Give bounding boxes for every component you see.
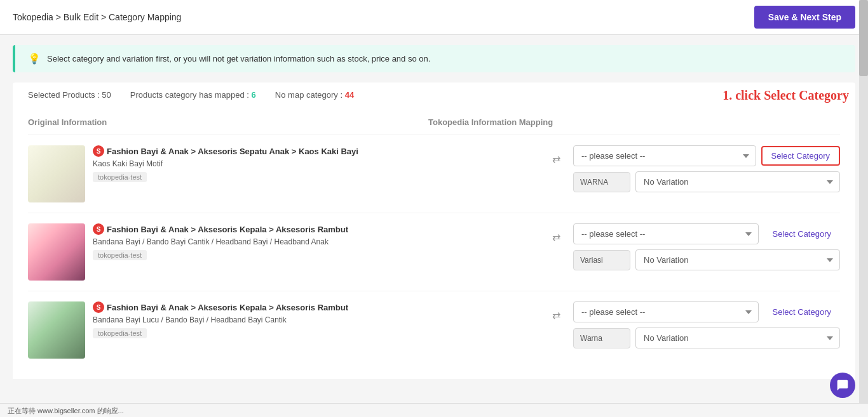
- category-dropdown[interactable]: -- please select --: [573, 145, 756, 166]
- sync-icon: ⇄: [546, 145, 566, 165]
- mapping-header: Tokopedia Information Mapping: [428, 117, 840, 127]
- product-category: S Fashion Bayi & Anak > Aksesoris Kepala…: [93, 301, 539, 313]
- mapping-area: -- please select -- Select Category WARN…: [573, 145, 840, 192]
- scrollbar-track[interactable]: [859, 0, 868, 379]
- product-image: [28, 301, 85, 359]
- mapped-count: 6: [252, 90, 256, 100]
- image-placeholder: [28, 301, 85, 359]
- product-category: S Fashion Bayi & Anak > Aksesoris Sepatu…: [93, 145, 539, 157]
- lightbulb-icon: 💡: [28, 53, 41, 65]
- shop-icon: S: [93, 223, 104, 235]
- product-tag: tokopedia-test: [93, 328, 147, 338]
- no-map-stat-label: No map category : 44: [275, 90, 354, 100]
- table-row: S Fashion Bayi & Anak > Aksesoris Sepatu…: [28, 135, 840, 213]
- save-next-button[interactable]: Save & Next Step: [754, 6, 855, 29]
- variation-label: Warna: [573, 328, 630, 348]
- scrollbar-thumb[interactable]: [859, 0, 868, 76]
- sync-icon: ⇄: [546, 223, 566, 243]
- mapping-area: -- please select -- Select Category Vari…: [573, 223, 840, 270]
- product-tag: tokopedia-test: [93, 250, 147, 260]
- table-row: S Fashion Bayi & Anak > Aksesoris Kepala…: [28, 291, 840, 369]
- select-category-button[interactable]: Select Category: [764, 225, 841, 242]
- category-select-row: -- please select -- Select Category: [573, 301, 840, 322]
- product-image: [28, 223, 85, 281]
- variation-label: Variasi: [573, 250, 630, 270]
- product-category: S Fashion Bayi & Anak > Aksesoris Kepala…: [93, 223, 539, 235]
- variation-label: WARNA: [573, 172, 630, 192]
- mapped-stat-label: Products category has mapped : 6: [130, 90, 256, 100]
- product-name: Bandana Bayi Lucu / Bando Bayi / Headban…: [93, 315, 539, 324]
- top-bar: Tokopedia > Bulk Edit > Category Mapping…: [0, 0, 868, 35]
- select-category-button[interactable]: Select Category: [761, 146, 841, 166]
- image-placeholder: [28, 145, 85, 202]
- select-category-button[interactable]: Select Category: [764, 303, 841, 321]
- shop-icon: S: [93, 301, 104, 313]
- product-name: Kaos Kaki Bayi Motif: [93, 159, 539, 168]
- category-select-row: -- please select -- Select Category: [573, 145, 840, 166]
- product-name: Bandana Bayi / Bando Bayi Cantik / Headb…: [93, 237, 539, 246]
- variation-row: Warna No Variation: [573, 328, 840, 348]
- product-info: S Fashion Bayi & Anak > Aksesoris Sepatu…: [93, 145, 539, 182]
- product-image: [28, 145, 85, 202]
- selected-products-stat: Selected Products : 50: [28, 90, 111, 100]
- variation-dropdown[interactable]: No Variation: [635, 171, 840, 192]
- variation-dropdown[interactable]: No Variation: [635, 249, 840, 270]
- column-headers: Original Information Tokopedia Informati…: [28, 117, 840, 135]
- variation-row: WARNA No Variation: [573, 171, 840, 192]
- shop-icon: S: [93, 145, 104, 157]
- product-list: S Fashion Bayi & Anak > Aksesoris Sepatu…: [28, 135, 840, 369]
- category-select-row: -- please select -- Select Category: [573, 223, 840, 244]
- annotation-text: 1. click Select Category: [722, 88, 849, 103]
- original-info-header: Original Information: [28, 117, 428, 127]
- breadcrumb: Tokopedia > Bulk Edit > Category Mapping: [13, 12, 181, 22]
- category-dropdown[interactable]: -- please select --: [573, 223, 759, 244]
- alert-message: Select category and variation first, or …: [47, 54, 430, 63]
- alert-banner: 💡 Select category and variation first, o…: [13, 45, 855, 72]
- product-tag: tokopedia-test: [93, 172, 147, 182]
- product-info: S Fashion Bayi & Anak > Aksesoris Kepala…: [93, 301, 539, 338]
- variation-dropdown[interactable]: No Variation: [635, 328, 840, 348]
- image-placeholder: [28, 223, 85, 281]
- mapping-area: -- please select -- Select Category Warn…: [573, 301, 840, 348]
- product-info: S Fashion Bayi & Anak > Aksesoris Kepala…: [93, 223, 539, 260]
- table-row: S Fashion Bayi & Anak > Aksesoris Kepala…: [28, 213, 840, 291]
- no-map-count: 44: [345, 90, 354, 100]
- main-content: Original Information Tokopedia Informati…: [13, 107, 855, 379]
- variation-row: Variasi No Variation: [573, 249, 840, 270]
- category-dropdown[interactable]: -- please select --: [573, 301, 759, 322]
- sync-icon: ⇄: [546, 301, 566, 321]
